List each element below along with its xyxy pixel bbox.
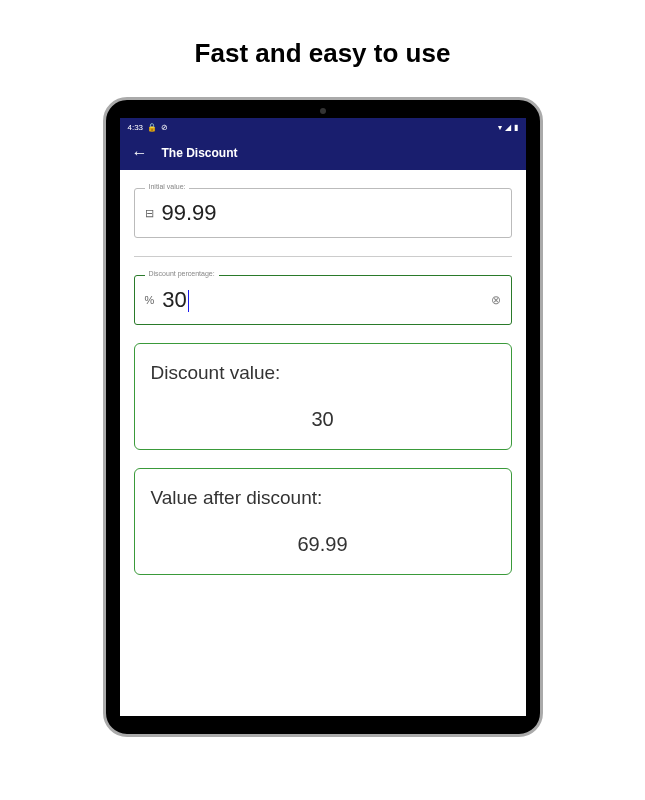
discount-percentage-field[interactable]: Discount percentage: % 30 ⊗ [134, 275, 512, 325]
percent-icon: % [145, 294, 155, 306]
tablet-screen: 4:33 🔒 ⊘ ▾ ◢ ▮ ← The Discount Initial va… [120, 118, 526, 716]
discount-value-result: 30 [151, 408, 495, 431]
camera-dot [320, 108, 326, 114]
discount-value-card: Discount value: 30 [134, 343, 512, 450]
initial-value-field[interactable]: Initial value: ⊟ 99.99 [134, 188, 512, 238]
signal-icon: ◢ [505, 123, 511, 132]
discount-value-label: Discount value: [151, 362, 495, 384]
battery-icon: ▮ [514, 123, 518, 132]
value-after-discount-result: 69.99 [151, 533, 495, 556]
tablet-frame: 4:33 🔒 ⊘ ▾ ◢ ▮ ← The Discount Initial va… [103, 97, 543, 737]
clear-icon[interactable]: ⊗ [491, 293, 501, 307]
status-bar: 4:33 🔒 ⊘ ▾ ◢ ▮ [120, 118, 526, 136]
app-title: The Discount [162, 146, 238, 160]
status-right: ▾ ◢ ▮ [498, 123, 518, 132]
discount-percentage-input[interactable]: 30 [162, 287, 490, 313]
no-entry-icon: ⊘ [161, 123, 168, 132]
value-after-discount-label: Value after discount: [151, 487, 495, 509]
value-after-discount-card: Value after discount: 69.99 [134, 468, 512, 575]
discount-percentage-label: Discount percentage: [145, 270, 219, 277]
status-time: 4:33 [128, 123, 144, 132]
content-area: Initial value: ⊟ 99.99 Discount percenta… [120, 170, 526, 716]
text-cursor [188, 290, 189, 312]
initial-value-label: Initial value: [145, 183, 190, 190]
initial-value-input[interactable]: 99.99 [162, 200, 501, 226]
separator [134, 256, 512, 257]
headline: Fast and easy to use [195, 38, 451, 69]
back-arrow-icon[interactable]: ← [132, 144, 148, 162]
status-left: 4:33 🔒 ⊘ [128, 123, 169, 132]
currency-icon: ⊟ [145, 207, 154, 220]
lock-icon: 🔒 [147, 123, 157, 132]
wifi-icon: ▾ [498, 123, 502, 132]
app-bar: ← The Discount [120, 136, 526, 170]
